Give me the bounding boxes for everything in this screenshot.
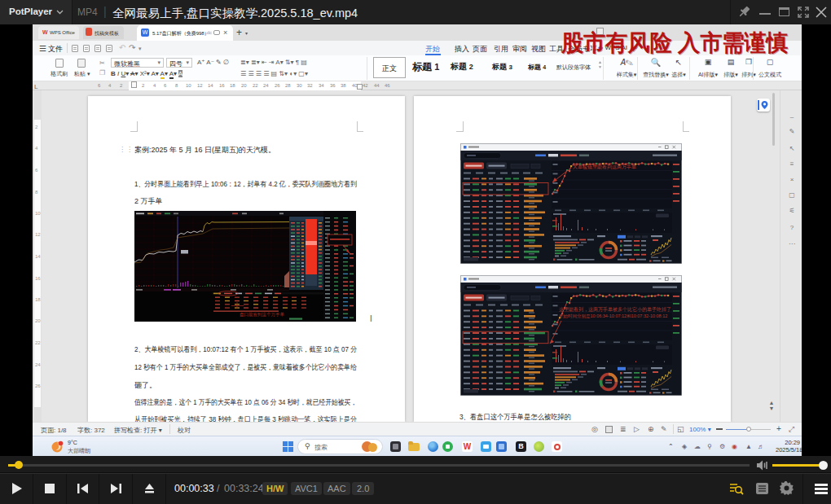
svg-text:这里能看到，这两万手单被多个比它小的单子吃掉了，: 这里能看到，这两万手单被多个比它小的单子吃掉了， [559,306,676,313]
svg-text:大单棱镜里能看到这两万手单: 大单棱镜里能看到这两万手单 [573,164,636,170]
svg-text:开始时间分别是10:06:34-10:07:12和10:07: 开始时间分别是10:06:34-10:07:12和10:07:32-10:08:… [559,313,667,319]
svg-text:盘口能看到这个万手单: 盘口能看到这个万手单 [240,312,285,318]
